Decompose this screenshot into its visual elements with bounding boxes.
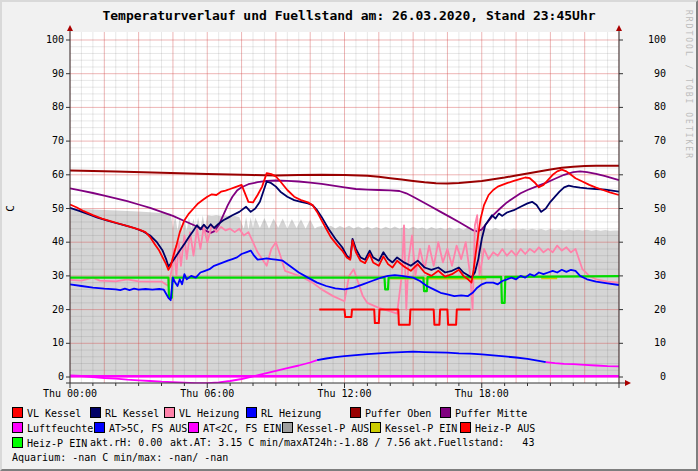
x-tick-18: Thu 18:00 [442, 389, 522, 399]
legend-item: Heiz-P EIN [12, 437, 87, 449]
legend-item: RL Heizung [246, 407, 321, 419]
y-tick-left-100: 100 [24, 35, 64, 45]
legend-readout: min/max: -nan/ -nan [114, 452, 228, 463]
legend-label: Luftfeuchte [27, 423, 93, 434]
y-tick-right-20: 20 [626, 305, 666, 315]
x-tick-12: Thu 12:00 [305, 389, 385, 399]
legend-label: Heiz-P AUS [475, 423, 535, 434]
legend-item: RL Kessel [90, 407, 159, 419]
legend-item: VL Heizung [164, 407, 239, 419]
y-tick-left-20: 20 [24, 305, 64, 315]
legend-readout: akt.Fuellstand: 43 [414, 437, 534, 448]
legend-label: akt.AT: 3.15 C [170, 437, 254, 448]
chart-canvas [2, 2, 698, 471]
legend-swatch [12, 437, 23, 448]
legend-swatch [440, 407, 451, 418]
legend-item: Kessel-P EIN [370, 422, 457, 434]
legend-label: akt.Fuellstand: 43 [414, 437, 534, 448]
legend-label: akt.rH: 0.00 [90, 437, 162, 448]
legend-swatch [282, 422, 293, 433]
legend-swatch [94, 422, 105, 433]
legend-readout: min/maxAT24h:-1.88 / 7.56 [260, 437, 411, 448]
legend-swatch [460, 422, 471, 433]
y-tick-left-80: 80 [24, 102, 64, 112]
y-tick-right-30: 30 [626, 271, 666, 281]
y-tick-left-60: 60 [24, 170, 64, 180]
y-tick-right-60: 60 [626, 170, 666, 180]
legend-label: min/max: -nan/ -nan [114, 452, 228, 463]
legend-label: Heiz-P EIN [27, 438, 87, 449]
y-tick-right-80: 80 [626, 102, 666, 112]
y-tick-right-0: 0 [626, 372, 666, 382]
legend-item: Puffer Oben [350, 407, 431, 419]
legend-label: RL Kessel [105, 408, 159, 419]
legend-swatch [246, 407, 257, 418]
legend-item: VL Kessel [12, 407, 81, 419]
legend-item: Puffer Mitte [440, 407, 527, 419]
y-tick-left-30: 30 [24, 271, 64, 281]
y-tick-left-40: 40 [24, 237, 64, 247]
legend-swatch [12, 422, 23, 433]
y-axis-arrow-right [616, 25, 622, 31]
legend-label: Aquarium: -nan C [12, 452, 108, 463]
legend-label: AT<2C, FS EIN [203, 423, 281, 434]
legend-label: Puffer Oben [365, 408, 431, 419]
y-axis-arrow-left [67, 25, 73, 31]
y-tick-left-70: 70 [24, 136, 64, 146]
legend-label: VL Kessel [27, 408, 81, 419]
legend-swatch [90, 407, 101, 418]
y-tick-right-100: 100 [626, 35, 666, 45]
legend-swatch [12, 407, 23, 418]
legend-label: RL Heizung [261, 408, 321, 419]
legend-label: Kessel-P AUS [297, 423, 369, 434]
y-tick-right-10: 10 [626, 338, 666, 348]
y-tick-left-10: 10 [24, 338, 64, 348]
legend-item: AT<2C, FS EIN [188, 422, 281, 434]
x-tick-0: Thu 00:00 [30, 389, 110, 399]
legend-readout: akt.AT: 3.15 C [170, 437, 254, 448]
y-tick-right-40: 40 [626, 237, 666, 247]
legend-readout: Aquarium: -nan C [12, 452, 108, 463]
legend-label: AT>5C, FS AUS [109, 423, 187, 434]
y-tick-right-70: 70 [626, 136, 666, 146]
legend-label: Puffer Mitte [455, 408, 527, 419]
legend-label: min/maxAT24h:-1.88 / 7.56 [260, 437, 411, 448]
rrd-graph-image: Temperaturverlauf und Fuellstand am: 26.… [0, 0, 698, 471]
y-tick-left-0: 0 [24, 372, 64, 382]
y-tick-left-50: 50 [24, 204, 64, 214]
legend-swatch [350, 407, 361, 418]
legend-swatch [370, 422, 381, 433]
legend-label: VL Heizung [179, 408, 239, 419]
legend-swatch [188, 422, 199, 433]
y-tick-right-50: 50 [626, 204, 666, 214]
legend-swatch [164, 407, 175, 418]
y-tick-right-90: 90 [626, 69, 666, 79]
legend-item: Kessel-P AUS [282, 422, 369, 434]
legend-item: AT>5C, FS AUS [94, 422, 187, 434]
x-tick-6: Thu 06:00 [167, 389, 247, 399]
legend-item: Heiz-P AUS [460, 422, 535, 434]
legend-label: Kessel-P EIN [385, 423, 457, 434]
y-tick-left-90: 90 [24, 69, 64, 79]
legend-readout: akt.rH: 0.00 [90, 437, 162, 448]
legend-item: Luftfeuchte [12, 422, 93, 434]
